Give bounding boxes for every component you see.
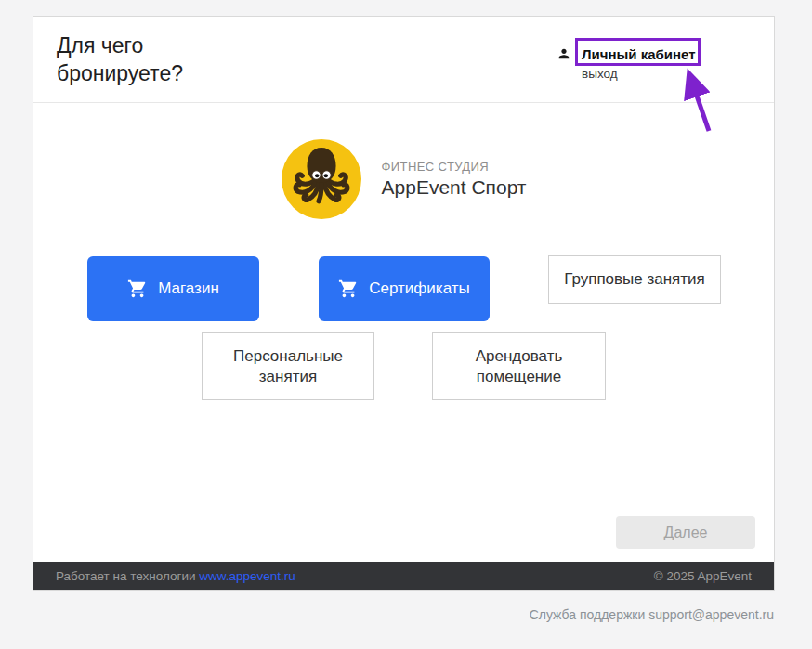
powered-prefix: Работает на технологии: [56, 569, 199, 583]
next-button[interactable]: Далее: [616, 516, 755, 549]
cart-icon: [338, 279, 359, 299]
cart-icon: [127, 279, 148, 299]
octopus-icon: [287, 145, 356, 214]
card-header: Для чего бронируете? Личный кабинет выхо…: [33, 17, 774, 103]
card-main: ФИТНЕС СТУДИЯ AppEvent Спорт Магазин Сер…: [33, 103, 774, 500]
option-personal-classes-button[interactable]: Персональные занятия: [202, 332, 374, 400]
option-label: Арендовать помещение: [442, 346, 596, 387]
logout-link[interactable]: выход: [582, 67, 696, 82]
account-links: Личный кабинет выход: [582, 44, 696, 82]
option-label: Магазин: [158, 279, 219, 299]
booking-card: Для чего бронируете? Личный кабинет выхо…: [33, 16, 775, 591]
appevent-link[interactable]: www.appevent.ru: [199, 569, 295, 583]
option-group-classes-button[interactable]: Групповые занятия: [548, 255, 721, 304]
card-actions: Далее: [33, 500, 774, 562]
octopus-logo: [282, 139, 361, 219]
support-contact: Служба поддержки support@appevent.ru: [530, 607, 774, 622]
powered-by-text: Работает на технологии www.appevent.ru: [56, 569, 295, 583]
page-title: Для чего бронируете?: [57, 32, 261, 87]
account-block: Личный кабинет выход: [557, 44, 696, 82]
powered-bar: Работает на технологии www.appevent.ru ©…: [33, 562, 774, 590]
brand-text: ФИТНЕС СТУДИЯ AppEvent Спорт: [382, 160, 527, 199]
option-label: Сертификаты: [369, 279, 469, 299]
copyright-text: © 2025 AppEvent: [654, 569, 752, 583]
option-label: Групповые занятия: [564, 269, 705, 290]
brand-tagline: ФИТНЕС СТУДИЯ: [382, 160, 527, 174]
brand-name: AppEvent Спорт: [382, 176, 527, 199]
option-shop-button[interactable]: Магазин: [87, 256, 259, 321]
option-label: Персональные занятия: [212, 346, 364, 387]
option-certificates-button[interactable]: Сертификаты: [319, 256, 490, 321]
option-rent-space-button[interactable]: Арендовать помещение: [432, 332, 606, 400]
brand-block: ФИТНЕС СТУДИЯ AppEvent Спорт: [33, 139, 774, 219]
booking-page: Для чего бронируете? Личный кабинет выхо…: [0, 0, 812, 649]
personal-account-link[interactable]: Личный кабинет: [582, 44, 696, 63]
person-icon: [557, 46, 571, 61]
